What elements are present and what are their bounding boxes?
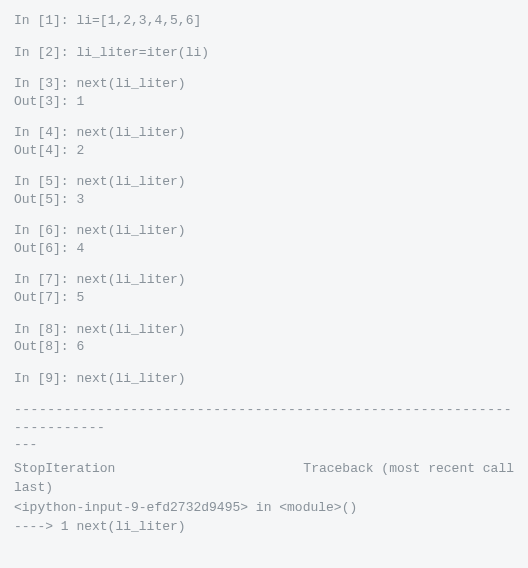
in-prompt: In [1]:	[14, 13, 76, 28]
cell: In [6]: next(li_liter)Out[6]: 4	[14, 222, 514, 257]
out-prompt: Out[5]:	[14, 192, 76, 207]
output-line: Out[8]: 6	[14, 338, 514, 356]
output-line: Out[7]: 5	[14, 289, 514, 307]
input-line: In [4]: next(li_liter)	[14, 124, 514, 142]
output-line: Out[4]: 2	[14, 142, 514, 160]
traceback-label: Traceback (most recent call	[303, 460, 514, 478]
in-prompt: In [4]:	[14, 125, 76, 140]
in-code: next(li_liter)	[76, 322, 185, 337]
out-value: 1	[76, 94, 84, 109]
out-value: 2	[76, 143, 84, 158]
cell: In [2]: li_liter=iter(li)	[14, 44, 514, 62]
input-line: In [6]: next(li_liter)	[14, 222, 514, 240]
output-line: Out[3]: 1	[14, 93, 514, 111]
cell: In [9]: next(li_liter)	[14, 370, 514, 388]
input-line: In [3]: next(li_liter)	[14, 75, 514, 93]
out-prompt: Out[4]:	[14, 143, 76, 158]
exception-name: StopIteration	[14, 460, 115, 478]
in-prompt: In [9]:	[14, 371, 76, 386]
in-code: li_liter=iter(li)	[76, 45, 209, 60]
in-prompt: In [2]:	[14, 45, 76, 60]
traceback-separator: ----------------------------------------…	[14, 401, 514, 436]
out-prompt: Out[8]:	[14, 339, 76, 354]
in-prompt: In [8]:	[14, 322, 76, 337]
cell: In [7]: next(li_liter)Out[7]: 5	[14, 271, 514, 306]
out-value: 5	[76, 290, 84, 305]
traceback-header: StopIterationTraceback (most recent call	[14, 460, 514, 478]
traceback-file: <ipython-input-9-efd2732d9495> in <modul…	[14, 499, 514, 517]
in-code: next(li_liter)	[76, 76, 185, 91]
out-value: 3	[76, 192, 84, 207]
in-code: next(li_liter)	[76, 174, 185, 189]
input-line: In [5]: next(li_liter)	[14, 173, 514, 191]
in-code: next(li_liter)	[76, 272, 185, 287]
ipython-session: In [1]: li=[1,2,3,4,5,6]In [2]: li_liter…	[14, 12, 514, 536]
out-prompt: Out[3]:	[14, 94, 76, 109]
in-code: li=[1,2,3,4,5,6]	[76, 13, 201, 28]
input-line: In [9]: next(li_liter)	[14, 370, 514, 388]
cell: In [8]: next(li_liter)Out[8]: 6	[14, 321, 514, 356]
in-code: next(li_liter)	[76, 223, 185, 238]
in-code: next(li_liter)	[76, 371, 185, 386]
input-line: In [8]: next(li_liter)	[14, 321, 514, 339]
out-prompt: Out[7]:	[14, 290, 76, 305]
output-line: Out[6]: 4	[14, 240, 514, 258]
cell: In [5]: next(li_liter)Out[5]: 3	[14, 173, 514, 208]
in-prompt: In [6]:	[14, 223, 76, 238]
in-prompt: In [7]:	[14, 272, 76, 287]
in-prompt: In [5]:	[14, 174, 76, 189]
traceback-label-cont: last)	[14, 479, 514, 497]
in-code: next(li_liter)	[76, 125, 185, 140]
out-value: 6	[76, 339, 84, 354]
traceback-separator-cont: ---	[14, 436, 514, 454]
input-line: In [1]: li=[1,2,3,4,5,6]	[14, 12, 514, 30]
cell: In [3]: next(li_liter)Out[3]: 1	[14, 75, 514, 110]
input-line: In [7]: next(li_liter)	[14, 271, 514, 289]
output-line: Out[5]: 3	[14, 191, 514, 209]
traceback-arrow-line: ----> 1 next(li_liter)	[14, 518, 514, 536]
out-value: 4	[76, 241, 84, 256]
cell: In [1]: li=[1,2,3,4,5,6]	[14, 12, 514, 30]
in-prompt: In [3]:	[14, 76, 76, 91]
out-prompt: Out[6]:	[14, 241, 76, 256]
input-line: In [2]: li_liter=iter(li)	[14, 44, 514, 62]
cell: In [4]: next(li_liter)Out[4]: 2	[14, 124, 514, 159]
